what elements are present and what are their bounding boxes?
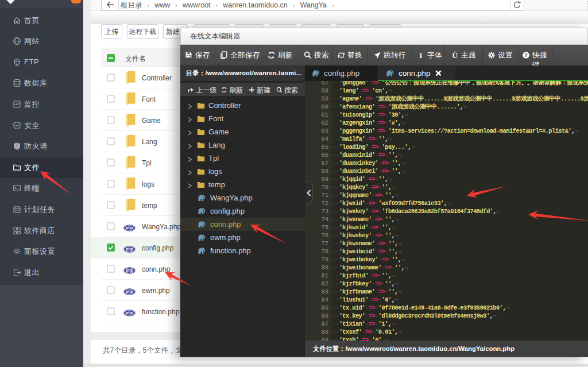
svg-text:Ü: Ü [452, 51, 458, 59]
svg-text:php: php [125, 311, 133, 315]
svg-text:php: php [125, 247, 133, 252]
svg-text:I: I [419, 51, 422, 59]
svg-text:php: php [125, 226, 133, 230]
svg-text:?: ? [524, 52, 528, 58]
svg-text:php: php [125, 289, 133, 294]
svg-text:php: php [125, 268, 133, 273]
